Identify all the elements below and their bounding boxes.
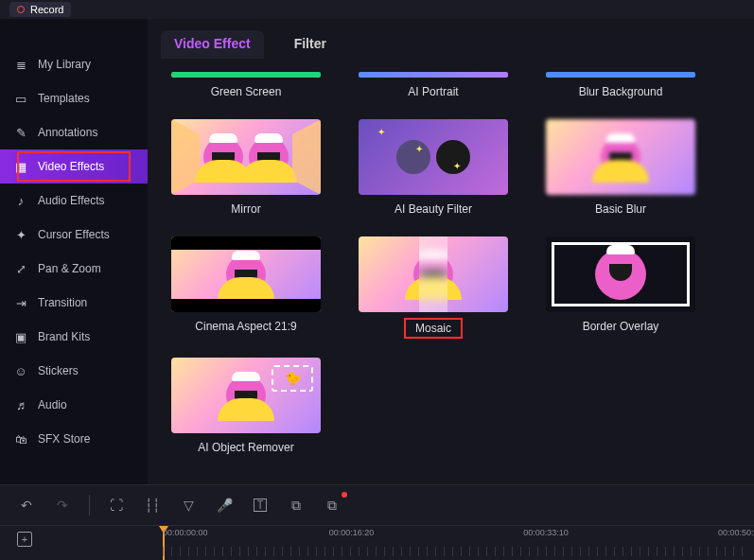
my-library-icon: ≣ bbox=[13, 57, 28, 72]
timeline-toolbar: ↶ ↷ ⛶ ┆┆ ▽ 🎤 🅃 ⧉ ⧉ bbox=[0, 484, 754, 526]
time-mark: 00:00:00:00 bbox=[163, 528, 208, 537]
effect-thumbnail bbox=[171, 72, 321, 78]
effect-thumbnail bbox=[546, 119, 695, 195]
record-icon bbox=[17, 6, 25, 13]
sfx-store-icon: 🛍 bbox=[13, 431, 28, 446]
effect-thumbnail: 🐤 bbox=[171, 358, 321, 433]
separator bbox=[89, 495, 90, 516]
sidebar-item-pan-zoom[interactable]: ⤢Pan & Zoom bbox=[0, 252, 148, 286]
sidebar-item-label: Templates bbox=[38, 92, 90, 105]
bottom-panel: ↶ ↷ ⛶ ┆┆ ▽ 🎤 🅃 ⧉ ⧉ + 00:00:00:0000:00:16… bbox=[0, 484, 754, 560]
effect-label: Cinema Aspect 21:9 bbox=[185, 318, 306, 335]
sidebar-item-templates[interactable]: ▭Templates bbox=[0, 81, 148, 115]
add-track-button[interactable]: + bbox=[17, 532, 32, 547]
record-button[interactable]: Record bbox=[9, 2, 71, 17]
audio-icon: ♬ bbox=[13, 397, 28, 412]
sidebar-item-label: Transition bbox=[38, 296, 87, 309]
annotations-icon: ✎ bbox=[13, 125, 28, 140]
effect-tabs: Video EffectFilter bbox=[148, 19, 746, 59]
effect-label: AI Beauty Filter bbox=[385, 201, 482, 218]
marker-button[interactable]: ▽ bbox=[179, 496, 198, 515]
effect-ai-portrait[interactable]: AI Portrait bbox=[348, 72, 518, 100]
sidebar-item-label: Pan & Zoom bbox=[38, 262, 101, 275]
effect-thumbnail bbox=[359, 72, 508, 78]
record-label: Record bbox=[30, 4, 63, 15]
tab-video-effect[interactable]: Video Effect bbox=[161, 30, 264, 59]
sidebar-item-my-library[interactable]: ≣My Library bbox=[0, 47, 148, 81]
sidebar-item-label: Audio bbox=[38, 398, 67, 411]
effect-label: Mosaic bbox=[404, 318, 463, 339]
sidebar-item-label: Annotations bbox=[38, 126, 97, 139]
redo-button[interactable]: ↷ bbox=[53, 496, 72, 515]
sidebar-item-label: Video Effects bbox=[38, 160, 104, 173]
crop-button[interactable]: ⛶ bbox=[107, 496, 126, 515]
audio-effects-icon: ♪ bbox=[13, 193, 28, 208]
sidebar-item-label: Audio Effects bbox=[38, 194, 105, 207]
video-effects-icon: ▦ bbox=[13, 159, 28, 174]
sidebar-item-sfx-store[interactable]: 🛍SFX Store bbox=[0, 422, 148, 456]
time-mark: 00:00:50:00 bbox=[718, 528, 754, 537]
app-header: Record bbox=[0, 0, 754, 19]
effect-green-screen[interactable]: Green Screen bbox=[161, 72, 331, 100]
templates-icon: ▭ bbox=[13, 91, 28, 106]
effect-mirror[interactable]: Mirror bbox=[161, 119, 331, 218]
effect-border-overlay[interactable]: Border Overlay bbox=[535, 236, 706, 339]
sidebar-item-stickers[interactable]: ☺Stickers bbox=[0, 354, 148, 388]
sidebar-item-audio[interactable]: ♬Audio bbox=[0, 388, 148, 422]
effect-label: Blur Background bbox=[570, 83, 673, 100]
effect-thumbnail bbox=[546, 236, 695, 312]
effect-label: Basic Blur bbox=[586, 201, 656, 218]
time-mark: 00:00:33:10 bbox=[523, 528, 569, 537]
screen-record-button[interactable]: ⧉ bbox=[323, 496, 342, 515]
effect-ai-object-remover[interactable]: 🐤AI Object Remover bbox=[161, 358, 331, 456]
timeline[interactable]: + 00:00:00:0000:00:16:2000:00:33:1000:00… bbox=[0, 526, 754, 560]
effect-thumbnail bbox=[359, 236, 508, 312]
effect-mosaic[interactable]: Mosaic bbox=[348, 236, 518, 339]
time-mark: 00:00:16:20 bbox=[329, 528, 375, 537]
effect-label: Border Overlay bbox=[573, 318, 669, 335]
sidebar-item-cursor-effects[interactable]: ✦Cursor Effects bbox=[0, 218, 148, 252]
transition-icon: ⇥ bbox=[13, 295, 28, 310]
effect-label: Mirror bbox=[221, 201, 270, 218]
split-button[interactable]: ┆┆ bbox=[143, 496, 162, 515]
sidebar-item-label: My Library bbox=[38, 58, 91, 71]
sidebar: ≣My Library▭Templates✎Annotations▦Video … bbox=[0, 19, 148, 484]
effect-cinema-aspect-21-9[interactable]: Cinema Aspect 21:9 bbox=[161, 236, 331, 339]
effects-grid: Green ScreenAI PortraitBlur BackgroundMi… bbox=[153, 59, 741, 456]
cursor-effects-icon: ✦ bbox=[13, 227, 28, 242]
effect-thumbnail: ✦✦✦ bbox=[359, 119, 508, 195]
sidebar-item-label: SFX Store bbox=[38, 432, 90, 446]
brand-kits-icon: ▣ bbox=[13, 329, 28, 344]
sidebar-item-brand-kits[interactable]: ▣Brand Kits bbox=[0, 320, 148, 354]
effect-thumbnail bbox=[171, 236, 321, 312]
undo-button[interactable]: ↶ bbox=[17, 496, 36, 515]
time-ruler[interactable]: 00:00:00:0000:00:16:2000:00:33:1000:00:5… bbox=[163, 526, 746, 560]
caption-button[interactable]: 🅃 bbox=[251, 496, 270, 515]
effect-thumbnail bbox=[546, 72, 695, 78]
effect-thumbnail bbox=[171, 119, 321, 195]
sidebar-item-label: Stickers bbox=[38, 364, 79, 377]
content-panel: Video EffectFilter Green ScreenAI Portra… bbox=[148, 19, 754, 484]
sidebar-item-label: Cursor Effects bbox=[38, 228, 110, 241]
sidebar-item-annotations[interactable]: ✎Annotations bbox=[0, 115, 148, 149]
tab-filter[interactable]: Filter bbox=[281, 30, 340, 59]
ruler-ticks bbox=[163, 547, 746, 556]
effect-label: AI Portrait bbox=[398, 83, 467, 100]
effects-scroll[interactable]: Green ScreenAI PortraitBlur BackgroundMi… bbox=[148, 59, 746, 484]
effect-basic-blur[interactable]: Basic Blur bbox=[535, 119, 706, 218]
voiceover-button[interactable]: 🎤 bbox=[215, 496, 234, 515]
sidebar-item-label: Brand Kits bbox=[38, 330, 90, 343]
group-button[interactable]: ⧉ bbox=[287, 496, 306, 515]
effect-ai-beauty-filter[interactable]: ✦✦✦AI Beauty Filter bbox=[348, 119, 518, 218]
sidebar-item-video-effects[interactable]: ▦Video Effects bbox=[0, 149, 148, 184]
effect-blur-background[interactable]: Blur Background bbox=[535, 72, 706, 100]
sidebar-item-audio-effects[interactable]: ♪Audio Effects bbox=[0, 184, 148, 218]
pan-zoom-icon: ⤢ bbox=[13, 261, 28, 276]
effect-label: AI Object Remover bbox=[188, 439, 303, 456]
sidebar-item-transition[interactable]: ⇥Transition bbox=[0, 286, 148, 320]
stickers-icon: ☺ bbox=[13, 363, 28, 378]
effect-label: Green Screen bbox=[202, 83, 291, 100]
